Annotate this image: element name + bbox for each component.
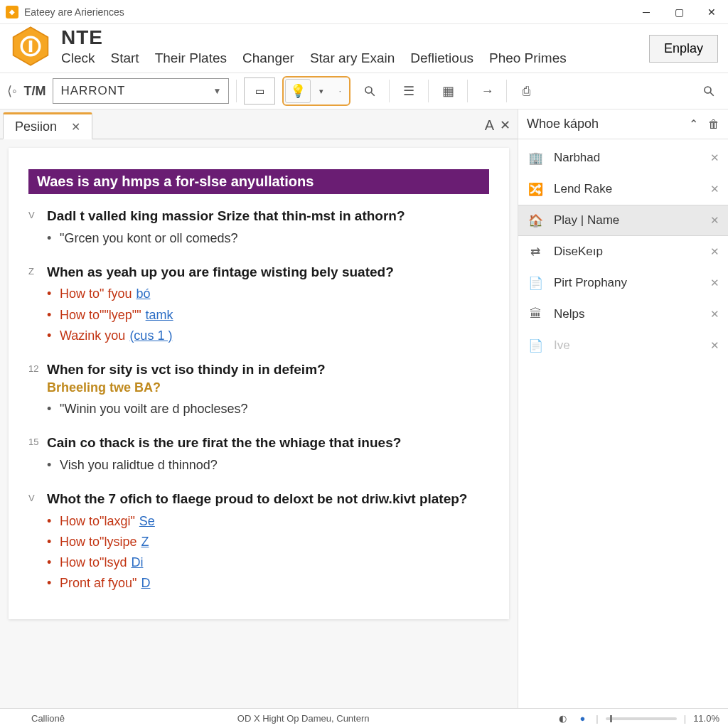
tabstrip: Pesiion ✕ A ✕ [0,109,518,139]
panel-item-close-icon[interactable]: ✕ [710,308,719,321]
separator [428,80,429,102]
pane-close-icon[interactable]: ✕ [500,117,510,133]
status-right: ◐ ● | | 11.0% [556,712,719,725]
toolbar: ⟨◦ T/M HARRONT ▼ ▭ 💡 ▾ · ☰ ▦ → ⎙ [0,73,728,109]
question-block: 15Cain co thack is the ure firat the the… [28,434,489,480]
question-title: Dadl t valled king massior Srize that th… [47,207,489,225]
question-title: Whot the 7 ofich to flaege proud to delo… [47,490,489,508]
window-controls: ─ ▢ ✕ [630,0,728,24]
bulb-more-icon[interactable]: · [332,79,348,103]
bullet-link[interactable]: bó [136,285,150,303]
question-title: When as yeah up you are fintage wisting … [47,263,489,282]
arrow-right-icon[interactable]: → [475,79,499,103]
chevron-down-icon: ▼ [213,86,222,96]
bullet-link[interactable]: Se [139,513,155,530]
export-icon[interactable]: ⎙ [514,79,538,103]
panel-item[interactable]: 🏛Nelps✕ [518,299,728,330]
right-panel: Whoe kápoh ⌃ 🗑 🏢Narbhad✕🔀Lend Rake✕🏠Play… [518,109,728,708]
bullet-item: How to""lyep""tamk [47,306,489,324]
question-block: 12When for sity is vct iso thindy in in … [28,360,489,424]
question-title: Cain co thack is the ure firat the the w… [47,434,489,452]
panel-item-close-icon[interactable]: ✕ [710,214,719,227]
zoom-value[interactable]: 11.0% [693,713,719,724]
search-icon[interactable] [358,79,382,103]
list-icon[interactable]: ☰ [397,79,421,103]
separator [467,80,468,102]
bullet-link[interactable]: tamk [146,306,173,324]
menu-deflietious[interactable]: Deflietious [410,50,473,66]
panel-item[interactable]: 🏢Narbhad✕ [518,142,728,173]
panel-collapse-icon[interactable]: ⌃ [689,117,698,131]
svg-line-4 [372,92,375,96]
status-sync-icon[interactable]: ◐ [556,712,569,725]
bullet-link[interactable]: Di [131,554,143,572]
bulb-icon[interactable]: 💡 [285,79,311,103]
question-marker: 12 [28,360,47,424]
tabstrip-controls: A ✕ [485,112,518,139]
bullet-item: Wazink you(cus 1 ) [47,327,489,345]
status-bar: Callionê OD X Hight Op Dameu, Cuntern ◐ … [0,708,728,728]
enplay-button[interactable]: Enplay [649,35,718,63]
question-marker: Z [28,263,47,350]
tab-pesiion[interactable]: Pesiion ✕ [3,112,92,139]
building-icon: 🏢 [527,149,544,166]
building2-icon: 🏛 [527,306,544,323]
panel-item-label: Ive [554,338,700,353]
bulb-dropdown-icon[interactable]: ▾ [314,79,329,103]
maximize-button[interactable]: ▢ [663,0,695,24]
panel-item-close-icon[interactable]: ✕ [710,339,719,352]
tool-card-icon[interactable]: ▭ [244,77,275,105]
nav-back-icon[interactable]: ⟨◦ [7,83,16,99]
panel-item[interactable]: 🏠Play | Name✕ [518,205,728,236]
search-right-icon[interactable] [697,79,721,103]
left-pane: Pesiion ✕ A ✕ Waes is any hmps a for-sls… [0,109,518,708]
bullet-item: How to"lsydDi [47,554,489,572]
minimize-button[interactable]: ─ [630,0,663,24]
tool-highlighted-group: 💡 ▾ · [282,76,350,106]
panel-item[interactable]: 🔀Lend Rake✕ [518,173,728,205]
menu-their-plates[interactable]: Their Plates [155,50,227,66]
panel-item-close-icon[interactable]: ✕ [710,151,719,164]
question-marker: V [28,207,47,253]
main-split: Pesiion ✕ A ✕ Waes is any hmps a for-sls… [0,109,728,708]
panel-item-close-icon[interactable]: ✕ [710,245,719,258]
status-sep: | [684,713,686,724]
doc-icon: 📄 [527,274,544,291]
menubar: Cleck Start Their Plates Changer Star ar… [61,50,649,66]
bullet-link[interactable]: (cus 1 ) [129,327,172,345]
menu-changer[interactable]: Changer [242,50,294,66]
font-icon[interactable]: A [485,117,494,134]
status-info-icon[interactable]: ● [576,712,589,725]
question-block: VWhot the 7 ofich to flaege proud to del… [28,490,489,598]
panel-item-close-icon[interactable]: ✕ [710,183,719,196]
menu-star-ary-exain[interactable]: Star ary Exain [310,50,395,66]
brand-title: NTE [61,26,649,49]
panel-item[interactable]: ⇄DiseKeıp✕ [518,236,728,267]
separator [389,80,390,102]
menu-cleck[interactable]: Cleck [61,50,95,66]
document-scroll[interactable]: Waes is any hmps a for-slse anyullations… [0,139,518,708]
nav-label: T/M [23,84,46,99]
zoom-slider[interactable] [606,717,677,720]
panel-trash-icon[interactable]: 🗑 [708,118,719,131]
bullet-item: How to"laxgi"Se [47,513,489,530]
panel-item-label: Play | Name [554,213,700,228]
bullet-link[interactable]: Z [141,533,149,551]
titlebar: ◆ Eateey are Arieriences ─ ▢ ✕ [0,0,728,24]
bullet-item: How to"lysipeZ [47,533,489,551]
panel-item[interactable]: 📄Ive✕ [518,330,728,361]
status-sep: | [596,713,598,724]
status-left: Callionê [9,713,65,724]
panel-item-close-icon[interactable]: ✕ [710,277,719,289]
nav-dropdown[interactable]: HARRONT ▼ [53,78,229,104]
tab-close-icon[interactable]: ✕ [71,120,80,134]
menu-pheo-primes[interactable]: Pheo Primes [489,50,567,66]
panel-item[interactable]: 📄Pirt Prophany✕ [518,267,728,299]
bullet-link[interactable]: D [141,574,150,592]
close-button[interactable]: ✕ [695,0,728,24]
menu-start[interactable]: Start [111,50,139,66]
separator [506,80,507,102]
grid-icon[interactable]: ▦ [436,79,460,103]
bullet-item: "Winin you voilt are d phocleses? [47,400,489,418]
bullet-item: Vish you ralidtue d thinnod? [47,456,489,474]
